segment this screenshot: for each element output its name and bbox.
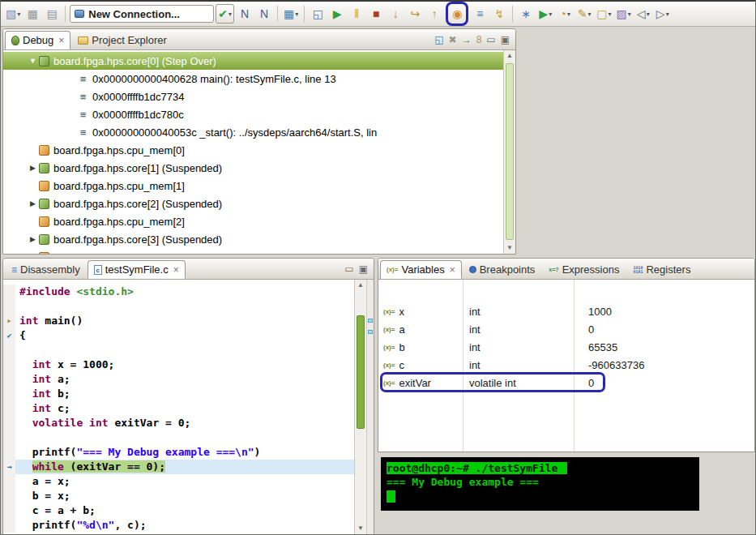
collapse-icon[interactable]: ▼ [28, 57, 38, 65]
check-marker[interactable]: ✔ [3, 328, 15, 343]
clear-console-button[interactable]: ≡ [471, 4, 489, 24]
tab-project-explorer[interactable]: Project Explorer [71, 31, 173, 49]
variable-row[interactable]: (x)=cint-960633736 [378, 356, 754, 374]
tree-item[interactable]: ≡0x000000000040053c _start(): ../sysdeps… [3, 123, 503, 141]
step-over-button[interactable]: ↪ [406, 4, 424, 24]
scroll-down-icon[interactable]: ▼ [504, 242, 515, 254]
code-line[interactable] [3, 299, 354, 314]
tab-disassembly[interactable]: ≡ Disassembly [5, 260, 87, 279]
save-all-button[interactable]: ▤ [43, 4, 61, 24]
tree-item[interactable]: ▼board.fpga.hps.core[0] (Step Over) [3, 52, 503, 70]
stop-button[interactable]: ■ [367, 4, 385, 24]
code-line[interactable]: int c; [3, 401, 354, 416]
code-line[interactable]: printf("=== My Debug example ===\n") [3, 445, 354, 460]
console-view-icon[interactable]: ◱ [434, 35, 443, 45]
code-line[interactable]: int x = 1000; [3, 357, 354, 372]
edit-config-button[interactable]: ✎▾ [575, 4, 593, 24]
step-into-button[interactable]: ↓ [387, 4, 404, 24]
connect-button[interactable]: ✔▾ [216, 4, 234, 24]
dropdown-arrow-icon[interactable]: ▾ [295, 11, 298, 18]
tab-debug[interactable]: Debug × [5, 31, 70, 49]
open-folder-button[interactable]: ▢▾ [595, 4, 613, 24]
variable-row[interactable]: (x)=xint1000 [378, 302, 754, 320]
dropdown-arrow-icon[interactable]: ▾ [567, 11, 570, 18]
tree-item[interactable]: ≡0x0000ffffb1dc7734 [3, 88, 503, 105]
skip-breakpoints-button[interactable]: N [236, 4, 254, 24]
debug-view-button[interactable]: ◱ [309, 4, 327, 24]
step-return-button[interactable]: ↑ [425, 4, 443, 24]
tab-testsymfile[interactable]: c testSymFile.c × [88, 260, 186, 279]
forward-button[interactable]: ▷▾ [654, 4, 672, 24]
link-with-editor-icon[interactable]: 8 [476, 35, 482, 45]
dropdown-arrow-icon[interactable]: ▾ [608, 11, 611, 18]
dropdown-arrow-icon[interactable]: ▾ [666, 11, 669, 18]
tree-item[interactable]: board.fpga.hps.cpu_mem[1] [3, 177, 503, 195]
maximize-icon[interactable]: ▣ [359, 264, 368, 274]
code-line[interactable]: ✔{ [3, 328, 354, 343]
expand-icon[interactable]: ▶ [28, 235, 38, 243]
tree-item[interactable]: board.fpga.hps.cpu_mem[3] [3, 248, 503, 254]
breakpoint-action-button[interactable]: N [255, 4, 273, 24]
dropdown-arrow-icon[interactable]: ▾ [588, 11, 592, 18]
scroll-thumb[interactable] [506, 63, 514, 240]
show-full-paths-icon[interactable]: → [462, 35, 472, 45]
scroll-down-icon[interactable]: ▼ [355, 523, 366, 534]
tree-item[interactable]: ≡0x0000ffffb1dc780c [3, 105, 503, 123]
flash-button[interactable]: ↯ [490, 4, 508, 24]
tab-breakpoints[interactable]: Breakpoints [463, 260, 542, 279]
close-icon[interactable]: × [173, 264, 179, 276]
dropdown-arrow-icon[interactable]: ▾ [17, 11, 20, 18]
scroll-up-icon[interactable]: ▲ [355, 280, 366, 291]
code-editor[interactable]: #include <stdio.h>▸int main()✔{ int x = … [3, 280, 354, 534]
close-icon[interactable]: × [450, 264, 455, 276]
scroll-up-icon[interactable]: ▲ [504, 50, 515, 62]
variable-row[interactable]: (x)=exitVarvolatile int0 [378, 374, 754, 392]
tree-item[interactable]: ≡0x0000000000400628 main(): testSymFile.… [3, 70, 503, 88]
scroll-thumb[interactable] [357, 315, 365, 429]
dropdown-arrow-icon[interactable]: ▾ [549, 11, 552, 18]
arrow-marker[interactable]: → [3, 460, 15, 474]
continue-button[interactable]: ▶ [328, 4, 346, 24]
debug-scrollbar[interactable]: ▲ ▼ [503, 50, 515, 254]
tree-item[interactable]: board.fpga.hps.cpu_mem[2] [3, 212, 503, 230]
views-button[interactable]: ▦▾ [282, 4, 300, 24]
pointer-marker[interactable]: ▸ [3, 314, 15, 328]
instruction-step-button[interactable]: ◉ [448, 4, 466, 24]
code-line[interactable] [3, 430, 354, 445]
dropdown-arrow-icon[interactable]: ▾ [229, 11, 232, 18]
tree-item[interactable]: board.fpga.hps.cpu_mem[0] [3, 141, 503, 159]
minimize-icon[interactable]: ▭ [486, 35, 495, 45]
expand-icon[interactable]: ▶ [28, 199, 38, 208]
code-line[interactable]: volatile int exitVar = 0; [3, 416, 354, 430]
close-icon[interactable]: × [58, 35, 64, 46]
code-line[interactable] [3, 343, 354, 357]
tab-registers[interactable]: 1010 0101 Registers [626, 260, 697, 279]
tree-item[interactable]: ▶board.fpga.hps.core[1] (Suspended) [3, 159, 503, 177]
save-button[interactable]: ▦ [23, 4, 41, 24]
remove-all-icon[interactable]: ✖ [449, 35, 457, 45]
code-line[interactable]: ▸int main() [3, 314, 354, 328]
code-line[interactable]: c = a + b; [3, 503, 354, 518]
code-line[interactable]: a = x; [3, 474, 354, 489]
connection-combo[interactable]: New Connection... [70, 5, 214, 23]
tree-item[interactable]: ▶board.fpga.hps.core[3] (Suspended) [3, 230, 503, 248]
terminal[interactable]: root@dhcp0:~# ./testSymFile === My Debug… [381, 457, 699, 511]
editor-scrollbar[interactable]: ▲ ▼ [354, 280, 366, 534]
tab-expressions[interactable]: x=? Expressions [542, 260, 626, 279]
maximize-icon[interactable]: ▣ [501, 35, 510, 45]
expand-icon[interactable]: ▶ [28, 164, 38, 172]
new-button[interactable]: ▧▾ [4, 4, 22, 24]
dropdown-arrow-icon[interactable]: ▾ [647, 11, 650, 18]
run-button[interactable]: ▶▾ [536, 4, 554, 24]
tree-item[interactable]: ▶board.fpga.hps.core[2] (Suspended) [3, 195, 503, 212]
variable-row[interactable]: (x)=bint65535 [378, 338, 754, 356]
tools-button[interactable]: ∗ [517, 4, 535, 24]
code-line[interactable]: #include <stdio.h> [3, 285, 354, 299]
pause-button[interactable]: ‖ [348, 4, 365, 24]
profile-button[interactable]: ◔▾ [556, 4, 574, 24]
overview-ruler[interactable] [366, 280, 374, 534]
dropdown-arrow-icon[interactable]: ▾ [628, 11, 631, 18]
back-button[interactable]: ◁▾ [634, 4, 652, 24]
code-line[interactable]: int a; [3, 372, 354, 387]
code-line[interactable]: b = x; [3, 489, 354, 503]
